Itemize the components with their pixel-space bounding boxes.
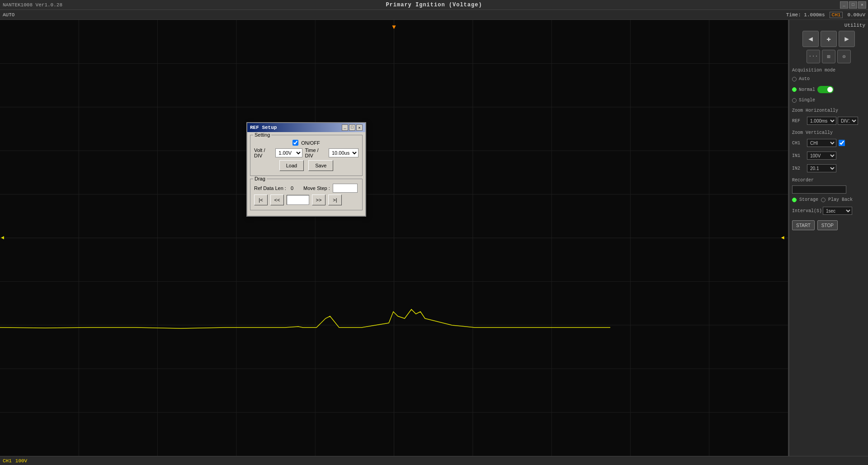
ref-data-len-label: Ref Data Len : <box>254 185 286 191</box>
trigger-right-marker: ◄ <box>781 235 784 241</box>
time-display: Time: 1.000ms <box>786 12 825 18</box>
normal-toggle[interactable] <box>817 86 834 93</box>
zoom-h-time-select[interactable]: 1.000ms 100us 10ms <box>807 117 836 125</box>
zoom-h-row: REF 1.000ms 100us 10ms DIV1 DIV2 <box>792 117 865 125</box>
ref-dialog-title[interactable]: REF Setup _ □ ✕ <box>247 123 365 132</box>
zoom-v-ch1-row: CH1 CHI CH1 <box>792 139 865 147</box>
stop-button[interactable]: STOP <box>817 220 838 230</box>
camera-button[interactable]: ⊙ <box>837 50 851 63</box>
zoom-v-in2-label: IN2 <box>792 166 806 171</box>
playback-radio[interactable] <box>821 198 826 202</box>
zoom-h-div-select[interactable]: DIV1 DIV2 <box>838 117 858 125</box>
storage-radio[interactable] <box>792 198 797 202</box>
ref-label: REF <box>792 119 806 123</box>
auto-mode-row: Auto <box>792 76 865 81</box>
volt-status: 100V <box>15 458 27 464</box>
waveform-display <box>0 20 788 456</box>
time-div-label: Time / DIV <box>305 147 326 158</box>
on-off-checkbox[interactable] <box>292 140 298 146</box>
grid-button[interactable]: ⊞ <box>822 50 835 63</box>
zoom-v-ch1-checkbox[interactable] <box>839 140 845 146</box>
tool-buttons-row: ··· ⊞ ⊙ <box>792 50 865 63</box>
ch1-badge: CH1 <box>830 12 843 18</box>
auto-mode-label: Auto <box>799 76 810 81</box>
acquisition-label: Acquisition mode <box>792 68 865 73</box>
move-step-label: Move Step : <box>303 185 330 191</box>
maximize-button[interactable]: □ <box>849 1 857 9</box>
zoom-v-in1-label: IN1 <box>792 153 806 158</box>
zoom-v-in2-row: IN2 20.1 10.0 <box>792 164 865 172</box>
back-button[interactable]: ◀ <box>802 31 819 47</box>
ref-dialog-title-text: REF Setup <box>250 125 277 130</box>
window-title: Primary Ignition (Voltage) <box>386 2 482 8</box>
zoom-h-label: Zoom Horizontally <box>792 108 865 113</box>
toolbar: AUTO Time: 1.000ms CH1 0.00uV <box>0 10 868 20</box>
voltage-display: 0.00uV <box>847 12 865 18</box>
ref-data-len-value: 0 <box>291 185 293 191</box>
drag-section: Drag Ref Data Len : 0 Move Step : 1000 |… <box>250 179 363 210</box>
normal-mode-label: Normal <box>799 87 815 92</box>
save-button[interactable]: Save <box>308 160 333 171</box>
minimize-button[interactable]: _ <box>840 1 848 9</box>
ch1-left-marker: ◄ <box>1 235 4 241</box>
load-save-row: Load Save <box>254 160 359 171</box>
storage-label: Storage <box>799 197 818 202</box>
nav-position-input[interactable]: 0 <box>287 195 309 205</box>
play-back-label: Play Back <box>828 197 853 202</box>
utility-label-row: Utility <box>792 23 865 28</box>
main-layout: ▼ ◄ ◄ Utility ◀ ✚ ▶ ··· ⊞ ⊙ Acquisition … <box>0 20 868 456</box>
forward-button[interactable]: ▶ <box>839 31 855 47</box>
zoom-v-ch1-select[interactable]: CHI CH1 <box>807 139 836 147</box>
ref-setup-dialog: REF Setup _ □ ✕ Setting ON/OFF Volt / DI… <box>246 122 366 217</box>
zoom-v-label: Zoom Vertically <box>792 130 865 135</box>
volt-div-select[interactable]: 1.00V 2.00V 5.00V 10.0V 100V <box>275 148 302 157</box>
app-title: NANTEK1008 Ver1.0.28 <box>0 2 62 8</box>
recorder-options-row: Storage Play Back <box>792 197 865 202</box>
recorder-path-input[interactable]: C:\data.dtc <box>792 185 846 194</box>
dialog-minimize[interactable]: _ <box>342 124 348 131</box>
interval-label: Interval(S) <box>792 209 821 214</box>
zoom-v-in1-select[interactable]: 100V 10V 1V <box>807 152 836 160</box>
ref-dialog-body: Setting ON/OFF Volt / DIV 1.00V 2.00V 5.… <box>247 132 365 216</box>
recorder-label: Recorder <box>792 178 865 183</box>
interval-row: Interval(S) 1sec 5sec 10sec <box>792 207 865 215</box>
nav-buttons-drag-row: |< << 0 >> >| <box>254 195 359 205</box>
utility-label: Utility <box>844 23 865 28</box>
dialog-win-controls: _ □ ✕ <box>342 124 363 131</box>
normal-radio[interactable] <box>792 87 797 92</box>
dialog-maximize[interactable]: □ <box>349 124 355 131</box>
single-mode-row: Single <box>792 98 865 103</box>
scope-area: ▼ ◄ ◄ <box>0 20 789 456</box>
right-panel: Utility ◀ ✚ ▶ ··· ⊞ ⊙ Acquisition mode A… <box>789 20 868 456</box>
nav-first-button[interactable]: |< <box>254 195 268 205</box>
nav-next-button[interactable]: >> <box>312 195 326 205</box>
auto-label: AUTO <box>3 12 14 18</box>
dialog-close[interactable]: ✕ <box>356 124 363 131</box>
title-bar: NANTEK1008 Ver1.0.28 Primary Ignition (V… <box>0 0 868 10</box>
window-controls: _ □ ✕ <box>840 1 868 9</box>
move-step-input[interactable]: 1000 <box>333 184 358 193</box>
zoom-v-in2-select[interactable]: 20.1 10.0 <box>807 164 836 172</box>
single-mode-label: Single <box>799 98 815 103</box>
move-button[interactable]: ✚ <box>821 31 837 47</box>
ref-data-len-row: Ref Data Len : 0 Move Step : 1000 <box>254 184 359 193</box>
zoom-v-in1-row: IN1 100V 10V 1V <box>792 152 865 160</box>
auto-radio[interactable] <box>792 77 797 81</box>
status-bar: CH1 100V <box>0 456 868 465</box>
single-radio[interactable] <box>792 98 797 103</box>
setting-section: Setting ON/OFF Volt / DIV 1.00V 2.00V 5.… <box>250 135 363 176</box>
on-off-label: ON/OFF <box>301 140 320 146</box>
dots-button[interactable]: ··· <box>807 50 820 63</box>
drag-section-label: Drag <box>253 176 267 181</box>
zoom-v-ch1-label: CH1 <box>792 141 806 146</box>
interval-select[interactable]: 1sec 5sec 10sec <box>823 207 852 215</box>
nav-last-button[interactable]: >| <box>328 195 342 205</box>
load-button[interactable]: Load <box>279 160 304 171</box>
normal-mode-row: Normal <box>792 86 865 93</box>
start-button[interactable]: START <box>792 220 815 230</box>
on-off-row: ON/OFF <box>254 140 359 146</box>
nav-buttons-row: ◀ ✚ ▶ <box>792 31 865 47</box>
nav-prev-button[interactable]: << <box>270 195 284 205</box>
time-div-select[interactable]: 10.00us 100us 1ms 10ms <box>329 148 359 157</box>
close-button[interactable]: ✕ <box>858 1 866 9</box>
